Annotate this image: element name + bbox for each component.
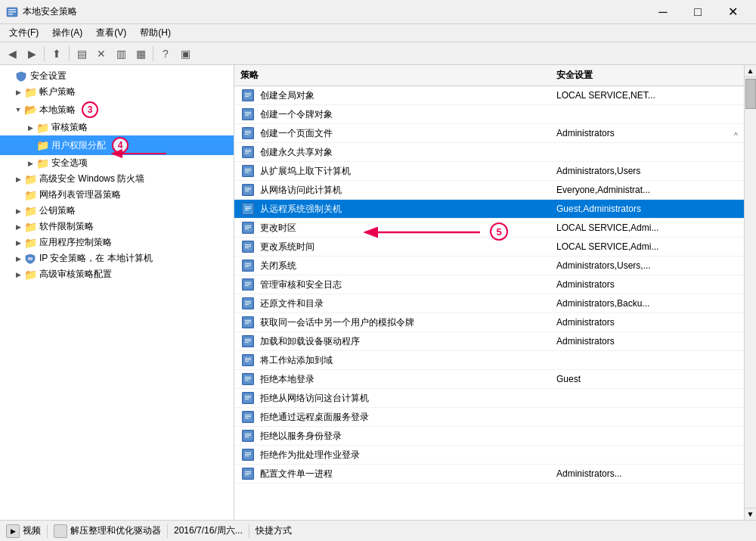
- up-button[interactable]: ⬆: [48, 45, 66, 63]
- svg-rect-74: [245, 415, 251, 415]
- folder-icon-pubkey: 📁: [24, 205, 36, 217]
- right-panel: ^ 策略 安全设置 创建全局对象 LOCAL SERVICE,NET... 创建…: [234, 65, 744, 520]
- help-button[interactable]: ?: [156, 45, 175, 63]
- svg-rect-56: [245, 323, 249, 324]
- policy-row-16[interactable]: 拒绝本地登录 Guest: [234, 370, 744, 389]
- policy-row-13[interactable]: 获取同一会话中另一个用户的模拟令牌 Administrators: [234, 313, 744, 332]
- policy-row-21[interactable]: 配置文件单一进程 Administrators...: [234, 465, 744, 483]
- svg-rect-34: [245, 225, 251, 226]
- policy-row-18[interactable]: 拒绝通过远程桌面服务登录: [234, 408, 744, 427]
- policy-row-3[interactable]: 创建一个页面文件 Administrators: [234, 124, 744, 143]
- policy-name-3: 创建一个页面文件: [260, 127, 556, 140]
- svg-rect-35: [245, 227, 251, 228]
- svg-rect-48: [245, 285, 249, 286]
- forward-button[interactable]: ▶: [23, 45, 41, 63]
- policy-value-8: LOCAL SERVICE,Admi...: [556, 222, 738, 233]
- status-item-3: 2016/7/16/周六...: [174, 524, 243, 537]
- policy-value-3: Administrators: [556, 128, 738, 138]
- minimize-button[interactable]: ─: [646, 0, 680, 24]
- menu-file[interactable]: 文件(F): [3, 25, 45, 41]
- policy-icon-7: [240, 201, 256, 216]
- menu-action[interactable]: 操作(A): [46, 25, 88, 41]
- export-button[interactable]: ▦: [132, 45, 150, 63]
- svg-rect-58: [245, 339, 251, 340]
- tree-item-ip-security[interactable]: ▶ IP 安全策略，在 本地计算机: [0, 250, 234, 266]
- policy-name-5: 从扩展坞上取下计算机: [260, 165, 556, 178]
- svg-rect-27: [245, 189, 251, 190]
- maximize-button[interactable]: □: [680, 0, 715, 24]
- svg-rect-3: [8, 14, 13, 15]
- status-label-4: 快捷方式: [256, 524, 292, 537]
- tree-item-software-restrict[interactable]: ▶ 📁 软件限制策略: [0, 219, 234, 235]
- tree-item-local-policy[interactable]: ▼ 📂 本地策略 3: [0, 100, 234, 120]
- svg-rect-44: [245, 266, 249, 267]
- policy-row-20[interactable]: 拒绝作为批处理作业登录: [234, 446, 744, 465]
- policy-icon-4: [240, 145, 256, 160]
- tree-label-advanced-audit: 高级审核策略配置: [39, 268, 112, 281]
- svg-rect-2: [8, 11, 16, 13]
- expander-security: [3, 70, 15, 82]
- policy-row-11[interactable]: 管理审核和安全日志 Administrators: [234, 275, 744, 294]
- policy-name-12: 还原文件和目录: [260, 297, 556, 310]
- tree-label-pubkey: 公钥策略: [39, 204, 76, 217]
- svg-rect-87: [245, 473, 251, 474]
- properties-button[interactable]: ▥: [112, 45, 130, 63]
- svg-rect-79: [245, 435, 251, 436]
- svg-rect-24: [245, 172, 249, 173]
- policy-row-7[interactable]: 从远程系统强制关机 Guest,Administrators: [234, 200, 744, 219]
- svg-rect-52: [245, 304, 249, 305]
- menu-help[interactable]: 帮助(H): [134, 25, 177, 41]
- svg-rect-47: [245, 284, 251, 284]
- scroll-up-button[interactable]: ▲: [745, 65, 757, 77]
- tree-item-app-control[interactable]: ▶ 📁 应用程序控制策略: [0, 235, 234, 250]
- policy-row-6[interactable]: 从网络访问此计算机 Everyone,Administrat...: [234, 181, 744, 200]
- tree-item-audit-policy[interactable]: ▶ 📁 审核策略: [0, 120, 234, 135]
- svg-rect-11: [245, 113, 251, 114]
- tree-label-account-policy: 帐户策略: [39, 86, 76, 98]
- back-button[interactable]: ◀: [3, 45, 21, 63]
- scroll-thumb[interactable]: [745, 79, 756, 109]
- policy-name-2: 创建一个令牌对象: [260, 108, 556, 121]
- policy-row-5[interactable]: 从扩展坞上取下计算机 Administrators,Users: [234, 162, 744, 181]
- policy-name-13: 获取同一会话中另一个用户的模拟令牌: [260, 316, 556, 329]
- policy-row-4[interactable]: 创建永久共享对象: [234, 143, 744, 162]
- tree-label-ip-security: IP 安全策略，在 本地计算机: [39, 252, 153, 265]
- svg-rect-18: [245, 150, 251, 151]
- scroll-down-button[interactable]: ▼: [745, 508, 757, 520]
- svg-rect-31: [245, 208, 251, 209]
- scrollbar-right[interactable]: ▲ ▼: [744, 65, 756, 520]
- close-button[interactable]: ✕: [715, 0, 750, 24]
- tree-item-pubkey[interactable]: ▶ 📁 公钥策略: [0, 203, 234, 219]
- tree-label-software-restrict: 软件限制策略: [39, 220, 94, 233]
- show-hide-button[interactable]: ▤: [73, 45, 91, 63]
- svg-rect-51: [245, 303, 251, 303]
- policy-row-1[interactable]: 创建全局对象 LOCAL SERVICE,NET...: [234, 86, 744, 105]
- policy-row-14[interactable]: 加载和卸载设备驱动程序 Administrators: [234, 332, 744, 351]
- svg-rect-6: [245, 93, 251, 94]
- tree-item-security-settings[interactable]: 安全设置: [0, 68, 234, 84]
- policy-name-17: 拒绝从网络访问这台计算机: [260, 392, 556, 405]
- policy-row-2[interactable]: 创建一个令牌对象: [234, 105, 744, 124]
- svg-rect-16: [245, 134, 249, 135]
- policy-row-9[interactable]: 更改系统时间 LOCAL SERVICE,Admi...: [234, 238, 744, 257]
- delete-button[interactable]: ✕: [92, 45, 110, 63]
- policy-row-19[interactable]: 拒绝以服务身份登录: [234, 427, 744, 446]
- view-button[interactable]: ▣: [176, 45, 194, 63]
- menu-view[interactable]: 查看(V): [90, 25, 132, 41]
- policy-name-9: 更改系统时间: [260, 241, 556, 253]
- tree-item-network[interactable]: 📁 网络列表管理器策略: [0, 187, 234, 203]
- policy-row-12[interactable]: 还原文件和目录 Administrators,Backu...: [234, 294, 744, 313]
- expander-secopts: ▶: [24, 157, 36, 169]
- policy-row-10[interactable]: 关闭系统 Administrators,Users,...: [234, 257, 744, 275]
- tree-item-firewall[interactable]: ▶ 📁 高级安全 Windows 防火墙: [0, 171, 234, 187]
- toolbar: ◀ ▶ ⬆ ▤ ✕ ▥ ▦ ? ▣: [0, 42, 756, 65]
- folder-icon-firewall: 📁: [24, 173, 36, 185]
- tree-item-account-policy[interactable]: ▶ 📁 帐户策略: [0, 84, 234, 100]
- left-panel: 安全设置 ▶ 📁 帐户策略 ▼ 📂 本地策略 3 ▶ 📁 审核策略: [0, 65, 234, 520]
- tree-item-advanced-audit[interactable]: ▶ 📁 高级审核策略配置: [0, 266, 234, 282]
- policy-row-17[interactable]: 拒绝从网络访问这台计算机: [234, 389, 744, 408]
- status-item-2: 解压整理和优化驱动器: [54, 524, 161, 538]
- policy-row-15[interactable]: 将工作站添加到域: [234, 351, 744, 370]
- status-icon-1: ▶: [6, 524, 20, 538]
- policy-row-8[interactable]: 更改时区 LOCAL SERVICE,Admi...: [234, 219, 744, 238]
